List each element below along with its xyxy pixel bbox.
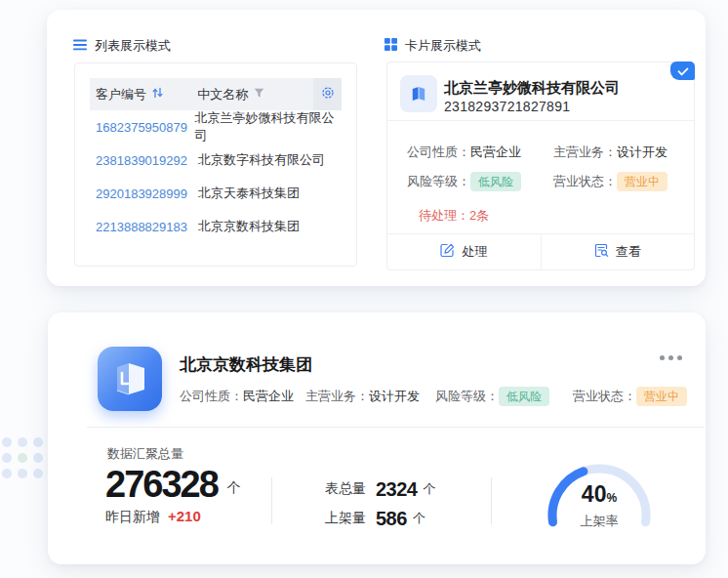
list-mode-header: 列表展示模式 [73,37,171,55]
field-value: 民营企业 [470,144,521,161]
shelf-total-row: 上架量 586 个 [325,506,436,531]
book-icon [109,358,150,399]
table-total-row: 表总量 2324 个 [325,476,436,502]
table-total-unit: 个 [424,480,436,498]
card-mode-header: 卡片展示模式 [384,37,481,55]
customer-id-column-label: 客户编号 [96,86,146,103]
list-mode-icon [73,39,87,54]
list-mode-title: 列表展示模式 [95,37,171,55]
sort-icon[interactable] [152,87,163,102]
gauge-label: 上架率 [541,513,658,530]
company-logo-large [98,347,162,411]
chinese-name-column-label: 中文名称 [197,86,248,103]
field-label: 主营业务： [553,144,617,161]
field-label: 公司性质： [180,388,243,405]
card-mode-title: 卡片展示模式 [405,37,481,55]
company-name-cell: 北京兰亭妙微科技有限公司 [194,109,342,144]
company-fields-row: 风险等级： 低风险 营业状态： 营业中 [387,172,694,191]
field-label: 营业状态： [553,173,617,190]
risk-level-badge: 低风险 [470,172,521,191]
divider [87,427,705,428]
gauge-percent-value: 40 [582,481,607,507]
view-icon [594,243,609,261]
divider [271,477,272,524]
company-card-header: 北京兰亭妙微科技有限公司 2318293721827891 [387,62,694,121]
table-row: 2920183928999 北京天泰科技集团 [90,177,342,210]
process-button[interactable]: 处理 [387,234,541,269]
company-name-cell: 北京数字科技有限公司 [198,151,325,169]
company-name: 北京兰亭妙微科技有限公司 [444,79,620,98]
gauge-percent-sign: % [606,491,617,505]
view-button-label: 查看 [616,243,641,261]
pending-items-text: 待处理：2条 [419,207,489,225]
aggregate-total-value: 276328 [105,465,218,504]
aggregate-total-unit: 个 [227,479,241,504]
aggregate-total-label: 数据汇聚总量 [107,445,183,463]
company-fields-row: 公司性质： 民营企业 主营业务： 设计开发 [387,143,694,162]
table-row: 1682375950879 北京兰亭妙微科技有限公司 [90,110,342,144]
pending-count: 2条 [469,208,489,223]
table-row: 2213888829183 北京京数科技集团 [90,210,342,243]
column-header-customer-id[interactable]: 客户编号 [90,78,197,110]
shelf-unit: 个 [413,510,425,527]
gear-icon [321,86,335,103]
view-button[interactable]: 查看 [541,234,695,269]
field-value: 设计开发 [617,144,667,161]
yesterday-new: 昨日新增 +210 [105,508,201,526]
business-status-badge: 营业中 [617,172,667,191]
risk-level-badge: 低风险 [499,387,549,406]
field-label: 风险等级： [435,388,499,405]
field-value: 民营企业 [243,388,294,405]
table-stats: 表总量 2324 个 上架量 586 个 [325,476,436,535]
card-mode-icon [384,38,397,54]
customer-id-link[interactable]: 2213888829183 [90,220,198,234]
company-detail-panel: 北京京数科技集团 公司性质： 民营企业 主营业务： 设计开发 风险等级： 低风险… [48,312,706,564]
table-total-label: 表总量 [325,480,376,498]
book-icon [408,83,429,104]
field-label: 公司性质： [407,144,470,161]
edit-icon [440,243,455,261]
dashboard-page: { "colors": { "accent_blue": "#2f7bf0", … [0,0,728,578]
column-header-chinese-name[interactable]: 中文名称 [197,78,313,110]
ellipsis-dot [660,355,665,360]
customer-id-link[interactable]: 1682375950879 [90,120,194,135]
field-label: 营业状态： [573,388,636,405]
detail-fields-row: 公司性质： 民营企业 主营业务： 设计开发 风险等级： 低风险 营业状态： 营业… [180,387,707,406]
company-card-footer: 处理 查看 [387,233,694,269]
filter-icon[interactable] [254,87,264,102]
company-name-cell: 北京京数科技集团 [198,218,300,235]
field-value: 设计开发 [369,388,420,405]
ellipsis-dot [677,355,682,360]
customer-id-link[interactable]: 2920183928999 [90,186,198,201]
field-label: 风险等级： [407,173,470,190]
business-status-badge: 营业中 [636,387,687,406]
process-button-label: 处理 [462,243,487,261]
company-card[interactable]: 北京兰亭妙微科技有限公司 2318293721827891 公司性质： 民营企业… [386,62,695,270]
shelf-label: 上架量 [325,510,376,527]
customer-table: 客户编号 中文名称 1682375950879 北京兰亭妙微科技有限公司 [74,62,357,267]
yesterday-label: 昨日新增 [105,509,160,526]
gauge-readout: 40% 上架率 [541,482,658,530]
pending-label: 待处理： [419,208,469,223]
aggregate-total: 276328 个 [105,465,241,504]
table-header-row: 客户编号 中文名称 [90,78,342,110]
company-code: 2318293721827891 [444,99,570,114]
table-total-value: 2324 [376,478,418,501]
decorative-dots [0,435,47,480]
table-row: 2381839019292 北京数字科技有限公司 [90,144,342,177]
company-logo-icon [400,75,437,112]
yesterday-delta: +210 [168,508,201,524]
divider [491,477,492,524]
detail-company-name: 北京京数科技集团 [180,353,312,376]
more-menu-button[interactable] [660,355,682,360]
company-name-cell: 北京天泰科技集团 [198,185,300,202]
table-settings-button[interactable] [313,78,342,110]
customer-id-link[interactable]: 2381839019292 [90,153,198,168]
shelf-value: 586 [376,508,407,530]
field-label: 主营业务： [305,388,369,405]
ellipsis-dot [668,355,673,360]
display-modes-panel: 列表展示模式 客户编号 中文名称 1682375950 [47,10,706,286]
